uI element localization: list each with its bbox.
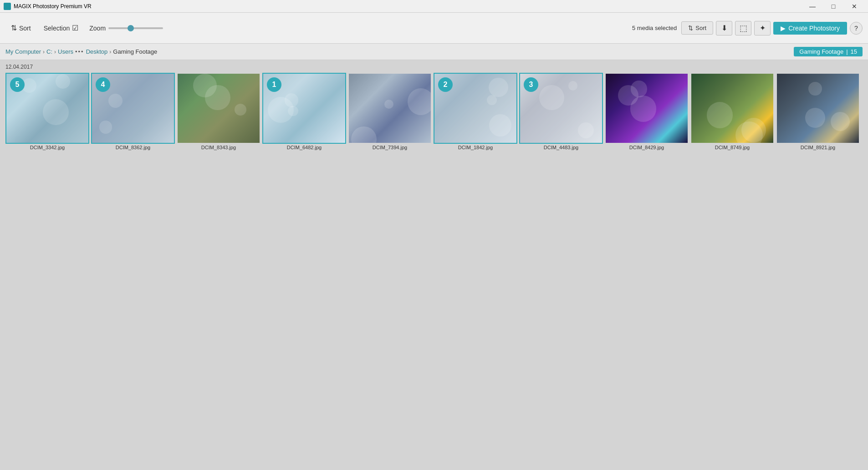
zoom-label: Zoom xyxy=(89,25,106,32)
breadcrumb-users[interactable]: Users xyxy=(58,48,73,55)
thumbnail-image: 2 xyxy=(434,73,517,144)
thumbnail-label: DCIM_6482.jpg xyxy=(287,145,322,150)
sort-label: Sort xyxy=(19,25,31,32)
download-icon: ⬇ xyxy=(721,24,727,32)
thumbnail-item[interactable]: DCIM_8429.jpg xyxy=(605,73,689,150)
toolbar-right: 5 media selected ⇅ Sort ⬇ ⬚ ✦ ▶ Create P… xyxy=(632,21,863,35)
thumbnail-image xyxy=(776,73,860,144)
thumbnail-image xyxy=(177,73,260,144)
thumbnail-label: DCIM_7394.jpg xyxy=(373,145,407,150)
app-icon xyxy=(4,3,11,10)
thumbnail-label: DCIM_8343.jpg xyxy=(201,145,236,150)
sort-right-button[interactable]: ⇅ Sort xyxy=(681,21,713,35)
media-selected-count: 5 media selected xyxy=(632,25,677,31)
close-button[interactable]: ✕ xyxy=(844,0,864,13)
sort-right-label: Sort xyxy=(695,25,706,31)
vr-button[interactable]: ⬚ xyxy=(735,21,751,35)
thumbnail-image: 4 xyxy=(91,73,175,144)
title-bar: MAGIX Photostory Premium VR — □ ✕ xyxy=(0,0,868,13)
breadcrumb-sep-3: › xyxy=(109,49,111,55)
star-button[interactable]: ✦ xyxy=(754,21,771,35)
thumbnail-image: 3 xyxy=(519,73,603,144)
minimize-button[interactable]: — xyxy=(802,0,822,13)
sort-right-icon: ⇅ xyxy=(688,25,693,31)
thumbnail-item[interactable]: DCIM_8749.jpg xyxy=(690,73,774,150)
thumbnail-label: DCIM_3342.jpg xyxy=(30,145,65,150)
sort-button[interactable]: ⇅ Sort xyxy=(5,21,36,35)
toolbar: ⇅ Sort Selection ☑ Zoom 5 media selected… xyxy=(0,13,868,44)
breadcrumb-bar: My Computer › C: › Users ••• Desktop › G… xyxy=(0,44,868,60)
thumbnail-label: DCIM_8749.jpg xyxy=(715,145,750,150)
title-bar-controls: — □ ✕ xyxy=(802,0,864,13)
thumbnail-item[interactable]: DCIM_8343.jpg xyxy=(177,73,260,150)
selection-badge: 5 xyxy=(10,77,25,92)
zoom-slider[interactable] xyxy=(108,27,163,29)
thumbnail-label: DCIM_8921.jpg xyxy=(801,145,835,150)
thumbnail-image xyxy=(690,73,774,144)
thumbnail-item[interactable]: 3DCIM_4483.jpg xyxy=(519,73,603,150)
selection-label: Selection xyxy=(44,25,70,32)
thumbnail-item[interactable]: DCIM_8921.jpg xyxy=(776,73,860,150)
create-icon: ▶ xyxy=(781,25,786,32)
folder-badge: Gaming Footage | 15 xyxy=(794,47,863,56)
selection-badge: 4 xyxy=(96,77,110,92)
thumbnail-item[interactable]: 1DCIM_6482.jpg xyxy=(262,73,346,150)
breadcrumb-sep-1: › xyxy=(43,49,45,55)
thumbnail-label: DCIM_1842.jpg xyxy=(458,145,493,150)
selection-badge: 1 xyxy=(267,77,281,92)
selection-badge: 2 xyxy=(438,77,453,92)
thumbnail-item[interactable]: 4DCIM_8362.jpg xyxy=(91,73,175,150)
create-label: Create Photostory xyxy=(788,25,840,32)
thumbnail-item[interactable]: 2DCIM_1842.jpg xyxy=(434,73,517,150)
thumbnail-image: 5 xyxy=(5,73,89,144)
breadcrumb-drive[interactable]: C: xyxy=(46,48,52,55)
thumbnail-label: DCIM_8429.jpg xyxy=(629,145,664,150)
create-photostory-button[interactable]: ▶ Create Photostory xyxy=(773,22,847,35)
thumbnail-item[interactable]: DCIM_7394.jpg xyxy=(348,73,432,150)
thumbnail-label: DCIM_8362.jpg xyxy=(116,145,150,150)
breadcrumb-dots[interactable]: ••• xyxy=(75,48,84,55)
download-button[interactable]: ⬇ xyxy=(716,21,732,35)
selection-badge: 3 xyxy=(524,77,538,92)
title-bar-left: MAGIX Photostory Premium VR xyxy=(4,3,92,10)
thumbnail-image: 1 xyxy=(262,73,346,144)
sort-icon: ⇅ xyxy=(11,24,17,32)
thumbnail-grid: 5DCIM_3342.jpg4DCIM_8362.jpgDCIM_8343.jp… xyxy=(5,73,863,150)
folder-badge-sep: | xyxy=(846,48,848,55)
breadcrumb-current: Gaming Footage xyxy=(113,48,157,55)
selection-button[interactable]: Selection ☑ xyxy=(38,21,84,35)
thumbnail-label: DCIM_4483.jpg xyxy=(544,145,578,150)
star-icon: ✦ xyxy=(760,24,766,32)
thumbnail-item[interactable]: 5DCIM_3342.jpg xyxy=(5,73,89,150)
breadcrumb-sep-2: › xyxy=(54,49,56,55)
checkbox-icon: ☑ xyxy=(72,24,78,32)
date-label: 12.04.2017 xyxy=(5,64,863,70)
zoom-section: Zoom xyxy=(89,25,163,32)
folder-badge-count: 15 xyxy=(851,48,857,55)
folder-badge-name: Gaming Footage xyxy=(799,48,843,55)
help-button[interactable]: ? xyxy=(850,22,863,35)
maximize-button[interactable]: □ xyxy=(823,0,843,13)
breadcrumb-desktop[interactable]: Desktop xyxy=(86,48,108,55)
thumbnail-image xyxy=(348,73,432,144)
vr-icon: ⬚ xyxy=(740,23,747,33)
breadcrumb-my-computer[interactable]: My Computer xyxy=(5,48,41,55)
breadcrumb: My Computer › C: › Users ••• Desktop › G… xyxy=(5,48,157,55)
content-area: 12.04.2017 5DCIM_3342.jpg4DCIM_8362.jpgD… xyxy=(0,60,868,470)
app-title: MAGIX Photostory Premium VR xyxy=(14,3,92,10)
thumbnail-image xyxy=(605,73,689,144)
